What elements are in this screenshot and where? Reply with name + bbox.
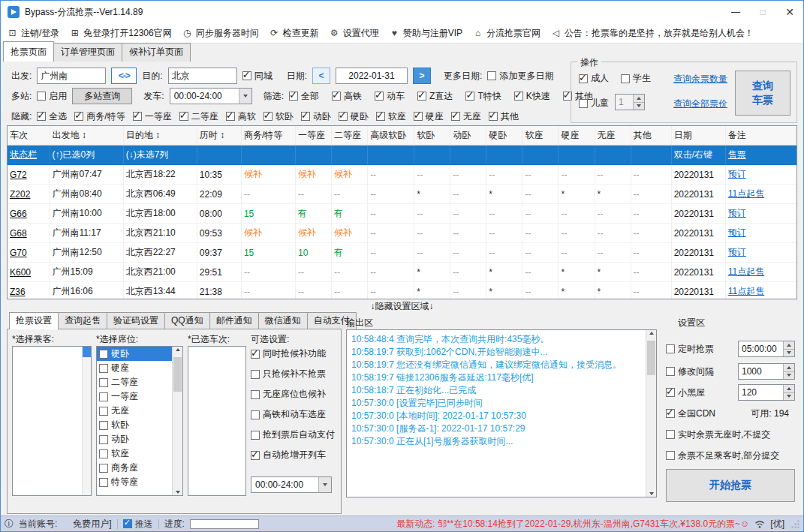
table-row[interactable]: Z202广州南08:40北京西06:4922:09--------*--*--*… [8, 185, 797, 204]
national-cdn-checkbox[interactable]: 全国CDN [666, 407, 715, 420]
dest-station-input[interactable] [168, 68, 237, 84]
table-row[interactable]: G70广州南12:50北京西22:2709:371510有-----------… [8, 243, 797, 263]
query-all-prices-link[interactable]: 查询全部票价 [673, 98, 727, 110]
stepper-down-icon[interactable] [784, 392, 794, 401]
maximize-button-icon[interactable]: □ [749, 1, 776, 23]
grab-option-checkbox[interactable]: 抢到票后自动支付 [251, 428, 335, 441]
grab-option-checkbox[interactable]: 同时抢候补功能 [251, 347, 335, 360]
grab-option-checkbox[interactable]: 高铁和动车选座 [251, 408, 335, 421]
tab-captcha-settings[interactable]: 验证码设置 [107, 312, 165, 329]
column-header[interactable]: 动卧 [450, 126, 486, 146]
train-type-filter-checkbox[interactable]: 动车 [375, 90, 405, 103]
column-header[interactable]: 二等座 [332, 126, 368, 146]
no-seat-no-submit-checkbox[interactable]: 实时余票无座时,不提交 [666, 428, 770, 441]
tab-sale-time-query[interactable]: 查询起售 [58, 312, 107, 329]
column-header[interactable]: 一等座 [296, 126, 332, 146]
add-more-dates-checkbox[interactable]: 添加更多日期 [487, 70, 553, 83]
train-number-link[interactable]: G66 [10, 209, 27, 219]
train-number-link[interactable]: Z202 [10, 189, 30, 200]
table-status-row[interactable]: 状态栏(↑)已选0列(↓)未选7列双击/右键售票 [8, 146, 797, 165]
grab-option-checkbox[interactable]: 自动抢增开列车 [251, 449, 335, 461]
hide-settings-divider[interactable]: ↓隐藏设置区域↓ [1, 299, 803, 313]
column-header[interactable]: 无座 [595, 126, 631, 146]
stepper-down-icon[interactable] [634, 102, 644, 110]
hide-column-checkbox[interactable]: 商务/特等 [74, 110, 125, 123]
prev-date-button[interactable]: < [312, 68, 330, 84]
menubar-item[interactable]: ♥赞助与注册VIP [389, 27, 462, 40]
seat-option[interactable]: 无座 [97, 404, 172, 418]
passenger-list-scrollbar[interactable] [82, 347, 91, 495]
table-row[interactable]: G68广州南11:17北京西21:1009:53候补候补候补----------… [8, 224, 797, 243]
black-room-checkbox[interactable]: 小黑屋 [666, 386, 705, 399]
seat-option[interactable]: 商务座 [97, 461, 172, 475]
seat-option[interactable]: 软卧 [97, 418, 172, 432]
hide-column-checkbox[interactable]: 二等座 [179, 110, 218, 123]
close-button-icon[interactable]: ✕ [776, 1, 803, 23]
seat-option[interactable]: 硬卧 [97, 347, 172, 361]
query-remaining-link[interactable]: 查询余票数量 [673, 73, 727, 86]
passenger-list[interactable] [12, 346, 92, 496]
selected-trains-list[interactable] [188, 346, 246, 496]
student-checkbox[interactable]: 学生 [621, 72, 651, 85]
seat-option[interactable]: 特等座 [97, 475, 172, 489]
seat-list-scrollbar[interactable] [172, 347, 182, 495]
same-city-checkbox[interactable]: 同城 [242, 70, 273, 83]
hide-column-checkbox[interactable]: 硬卧 [339, 110, 369, 123]
timed-grab-checkbox[interactable]: 定时抢票 [666, 343, 714, 356]
hide-column-checkbox[interactable]: 软座 [376, 110, 406, 123]
passenger-list-scrollbar-thumb[interactable] [83, 347, 91, 357]
hide-column-checkbox[interactable]: 动卧 [301, 110, 331, 123]
booking-link[interactable]: 11点起售 [728, 188, 764, 199]
start-grab-button[interactable]: 开始抢票 [666, 469, 795, 502]
column-header[interactable]: 出发地 ↕ [50, 126, 123, 146]
menubar-item[interactable]: ⌂分流抢票官网 [472, 27, 541, 40]
train-type-filter-checkbox[interactable]: Z直达 [417, 90, 453, 103]
output-scrollbar[interactable] [646, 330, 656, 497]
hide-column-checkbox[interactable]: 软卧 [263, 110, 294, 123]
column-header[interactable]: 日期 [671, 126, 725, 146]
booking-link[interactable]: 11点起售 [728, 266, 764, 277]
sale-status-link[interactable]: 售票 [725, 146, 797, 165]
hide-column-checkbox[interactable]: 硬座 [414, 110, 444, 123]
modify-interval-checkbox[interactable]: 修改间隔 [666, 365, 714, 378]
table-row[interactable]: K600广州15:09北京西21:0029:51--------*--*--**… [8, 263, 797, 282]
partial-submit-checkbox[interactable]: 余票不足乘客时,部分提交 [666, 449, 779, 462]
child-count-stepper[interactable]: 1 [615, 94, 645, 110]
menubar-item[interactable]: ⊡注销/登录 [7, 27, 59, 40]
train-type-filter-checkbox[interactable]: K快速 [514, 90, 550, 103]
swap-stations-button[interactable]: <-> [111, 68, 137, 84]
depart-station-input[interactable] [37, 68, 106, 84]
seat-list[interactable]: 硬卧硬座二等座一等座无座软卧动卧软座商务座特等座 [96, 346, 183, 496]
column-header[interactable]: 历时 ↕ [197, 126, 241, 146]
column-header[interactable]: 备注 [725, 126, 797, 146]
booking-link[interactable]: 11点起售 [728, 286, 764, 296]
hide-column-checkbox[interactable]: 高软 [226, 110, 256, 123]
tab-waitlist-orders[interactable]: 候补订单页面 [122, 43, 191, 62]
train-number-link[interactable]: K600 [10, 267, 31, 278]
resize-grip[interactable] [791, 520, 799, 528]
date-input[interactable] [336, 68, 408, 84]
column-header[interactable]: 硬座 [559, 126, 595, 146]
adult-checkbox[interactable]: 成人 [579, 72, 609, 85]
seat-option[interactable]: 硬座 [97, 361, 172, 375]
tab-order-management[interactable]: 订单管理页面 [53, 43, 122, 62]
scroll-down-icon[interactable] [173, 491, 182, 494]
train-number-link[interactable]: Z36 [10, 287, 26, 297]
train-number-link[interactable]: G72 [10, 170, 27, 180]
tab-qq-notify[interactable]: QQ通知 [164, 312, 210, 329]
stepper-down-icon[interactable] [784, 349, 794, 357]
push-toggle[interactable]: 推送 [123, 518, 153, 530]
hide-column-checkbox[interactable]: 无座 [451, 110, 481, 123]
booking-link[interactable]: 预订 [728, 227, 746, 238]
tab-grab-page[interactable]: 抢票页面 [3, 41, 54, 62]
query-tickets-button[interactable]: 查询车票 [735, 71, 790, 116]
train-type-filter-checkbox[interactable]: 高铁 [332, 90, 362, 103]
booking-link[interactable]: 预订 [728, 247, 746, 257]
seat-option[interactable]: 动卧 [97, 432, 172, 446]
next-date-button[interactable]: > [413, 68, 431, 84]
multi-station-enable-checkbox[interactable]: 启用 [37, 90, 67, 103]
menubar-item[interactable]: ⚙设置代理 [329, 27, 379, 40]
train-type-filter-checkbox[interactable]: 全部 [289, 90, 319, 103]
train-type-filter-checkbox[interactable]: T特快 [465, 90, 501, 103]
column-header[interactable]: 软座 [522, 126, 559, 146]
